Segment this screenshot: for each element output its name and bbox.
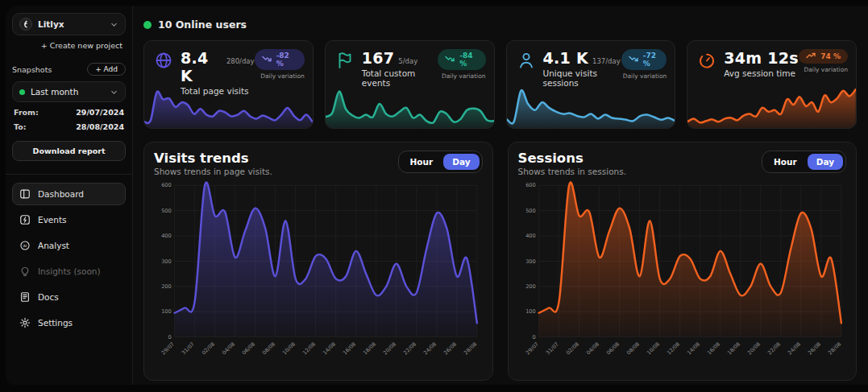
date-from-row: From: 29/07/2024 bbox=[12, 108, 126, 117]
svg-text:12/08: 12/08 bbox=[301, 341, 317, 357]
svg-text:16/08: 16/08 bbox=[705, 341, 721, 357]
sidebar-item-events[interactable]: Events bbox=[12, 208, 126, 231]
trend-down-icon bbox=[629, 55, 639, 64]
sidebar-item-settings[interactable]: Settings bbox=[12, 312, 126, 334]
svg-text:06/08: 06/08 bbox=[604, 341, 620, 357]
svg-text:200: 200 bbox=[161, 283, 172, 290]
toggle-day-button[interactable]: Day bbox=[808, 154, 843, 170]
online-status-dot bbox=[143, 21, 152, 29]
svg-text:24/08: 24/08 bbox=[787, 341, 802, 357]
daily-variation-badge: -84 % bbox=[438, 49, 485, 70]
timer-icon bbox=[697, 51, 716, 70]
badge-value: -84 % bbox=[459, 52, 478, 68]
add-snapshot-button[interactable]: + Add bbox=[87, 63, 126, 76]
project-name: Litlyx bbox=[38, 19, 104, 29]
svg-text:28/08: 28/08 bbox=[463, 341, 478, 357]
sessions-card: SessionsShows trends in sessions.HourDay… bbox=[508, 142, 858, 381]
svg-text:29/07: 29/07 bbox=[160, 341, 176, 357]
sidebar-item-label: Settings bbox=[38, 318, 73, 328]
sidebar-item-insights-soon[interactable]: Insights (soon) bbox=[12, 260, 126, 283]
sidebar-item-label: Events bbox=[38, 215, 67, 225]
toggle-hour-button[interactable]: Hour bbox=[401, 154, 442, 170]
svg-text:500: 500 bbox=[525, 208, 536, 214]
svg-text:20/08: 20/08 bbox=[382, 341, 397, 357]
chevron-down-icon bbox=[110, 20, 118, 29]
charts-row: Visits trendsShows trends in page visits… bbox=[143, 142, 857, 381]
badge-value: -82 % bbox=[276, 52, 297, 68]
sidebar-item-analyst[interactable]: AIAnalyst bbox=[12, 234, 126, 257]
svg-text:10/08: 10/08 bbox=[281, 341, 297, 357]
svg-text:14/08: 14/08 bbox=[685, 341, 700, 357]
sparkline-chart bbox=[507, 83, 675, 128]
date-to-row: To: 28/08/2024 bbox=[12, 122, 126, 131]
chart-title: Sessions bbox=[518, 151, 627, 166]
svg-text:100: 100 bbox=[525, 308, 536, 315]
snapshot-value: Last month bbox=[31, 87, 104, 97]
stat-card-unique-visits-sessions: 4.1 K137/dayUnique visits sessions-72 %D… bbox=[506, 40, 676, 129]
stat-card-total-custom-events: 1675/dayTotal custom events-84 %Daily va… bbox=[325, 40, 495, 129]
snapshot-status-dot bbox=[19, 89, 25, 95]
download-report-button[interactable]: Download report bbox=[12, 141, 126, 161]
events-icon bbox=[19, 214, 31, 225]
globe-icon bbox=[154, 51, 173, 70]
toggle-hour-button[interactable]: Hour bbox=[765, 154, 806, 170]
stat-cards-row: 8.4 K280/dayTotal page visits-82 %Daily … bbox=[143, 40, 857, 129]
stat-card-avg-session-time: 34m 12sAvg session time74 %Daily variati… bbox=[687, 40, 857, 129]
sidebar-nav: DashboardEventsAIAnalystInsights (soon)D… bbox=[12, 183, 126, 337]
svg-text:04/08: 04/08 bbox=[221, 341, 236, 357]
project-selector[interactable]: Litlyx bbox=[12, 13, 126, 35]
svg-text:16/08: 16/08 bbox=[342, 341, 357, 357]
from-value: 29/07/2024 bbox=[76, 108, 124, 117]
stat-value: 4.1 K bbox=[543, 49, 589, 67]
to-label: To: bbox=[14, 122, 27, 131]
trend-down-icon bbox=[262, 55, 272, 64]
badge-caption: Daily variation bbox=[623, 72, 667, 80]
daily-variation-badge: -82 % bbox=[255, 49, 305, 70]
svg-text:22/08: 22/08 bbox=[402, 341, 417, 357]
badge-caption: Daily variation bbox=[804, 66, 848, 73]
chart-subtitle: Shows trends in sessions. bbox=[518, 167, 627, 176]
svg-text:14/08: 14/08 bbox=[322, 341, 337, 357]
stat-value: 8.4 K bbox=[181, 49, 222, 85]
chart-title: Visits trends bbox=[154, 151, 272, 166]
svg-text:600: 600 bbox=[161, 183, 172, 189]
svg-text:12/08: 12/08 bbox=[665, 341, 680, 357]
svg-text:26/08: 26/08 bbox=[807, 341, 822, 357]
snapshot-selector[interactable]: Last month bbox=[12, 81, 126, 102]
svg-text:02/08: 02/08 bbox=[201, 341, 216, 357]
svg-text:08/08: 08/08 bbox=[261, 341, 276, 357]
stat-value: 34m 12s bbox=[724, 49, 799, 67]
sidebar-item-docs[interactable]: Docs bbox=[12, 286, 126, 308]
flag-icon bbox=[335, 51, 355, 70]
svg-text:300: 300 bbox=[161, 258, 172, 265]
badge-value: 74 % bbox=[820, 52, 841, 60]
to-value: 28/08/2024 bbox=[76, 122, 124, 131]
visits-trends-card: Visits trendsShows trends in page visits… bbox=[143, 142, 493, 381]
sparkline-chart bbox=[326, 83, 494, 128]
badge-caption: Daily variation bbox=[260, 72, 305, 80]
svg-text:500: 500 bbox=[161, 208, 172, 214]
stat-per-day: 280/day bbox=[226, 57, 255, 65]
sidebar: Litlyx + Create new project Snapshots + … bbox=[6, 6, 133, 385]
stat-label: Avg session time bbox=[724, 68, 799, 78]
svg-text:20/08: 20/08 bbox=[746, 341, 762, 357]
settings-icon bbox=[19, 317, 31, 328]
sparkline-chart bbox=[144, 83, 313, 128]
toggle-day-button[interactable]: Day bbox=[443, 154, 479, 170]
litlyx-logo-icon bbox=[19, 18, 32, 31]
chart-subtitle: Shows trends in page visits. bbox=[154, 167, 272, 176]
snapshots-label: Snapshots bbox=[12, 65, 52, 74]
online-users-status: 10 Online users bbox=[143, 14, 857, 40]
sidebar-item-dashboard[interactable]: Dashboard bbox=[12, 183, 126, 205]
svg-text:300: 300 bbox=[525, 258, 536, 265]
trend-up-icon bbox=[806, 52, 816, 61]
svg-text:AI: AI bbox=[23, 244, 27, 248]
svg-text:29/07: 29/07 bbox=[524, 341, 539, 357]
interval-toggle: HourDay bbox=[398, 151, 483, 173]
svg-text:24/08: 24/08 bbox=[422, 341, 438, 357]
create-new-project-link[interactable]: + Create new project bbox=[12, 35, 126, 52]
svg-text:18/08: 18/08 bbox=[362, 341, 377, 357]
svg-text:04/08: 04/08 bbox=[584, 341, 600, 357]
stat-card-total-page-visits: 8.4 K280/dayTotal page visits-82 %Daily … bbox=[143, 40, 314, 129]
svg-text:08/08: 08/08 bbox=[625, 341, 640, 357]
